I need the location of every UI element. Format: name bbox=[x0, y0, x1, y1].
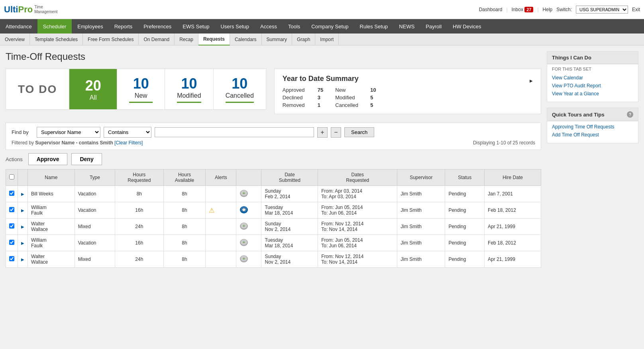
subnav-on-demand[interactable]: On Demand bbox=[139, 34, 175, 45]
nav-users-setup[interactable]: Users Setup bbox=[215, 19, 255, 34]
comment-icon-grey-plus[interactable]: + bbox=[240, 226, 248, 232]
col-hours-requested: HoursRequested bbox=[115, 170, 163, 186]
todo-modified-underline bbox=[177, 102, 201, 103]
view-pto-audit-link[interactable]: View PTO Audit Report bbox=[552, 82, 633, 90]
row-expand-button[interactable]: ▶ bbox=[21, 225, 24, 229]
row-hire-date-cell: Apr 21, 1999 bbox=[485, 251, 541, 268]
nav-company-setup[interactable]: Company Setup bbox=[306, 19, 354, 34]
row-expand-button[interactable]: ▶ bbox=[21, 208, 24, 213]
ytd-expand-icon[interactable]: ▶ bbox=[530, 79, 533, 83]
filter-description: Filtered by Supervisor Name - contains S… bbox=[12, 140, 143, 146]
table-row: ▶ WilliamFaulk Vacation 16h 8h ⚠ 💬 bbox=[6, 202, 541, 219]
row-dates-req-cell: From: Nov 12, 2014To: Nov 14, 2014 bbox=[318, 251, 397, 268]
row-supervisor-cell: Jim Smith bbox=[397, 186, 445, 202]
todo-modified-number: 10 bbox=[181, 75, 197, 92]
row-type-cell: Mixed bbox=[75, 219, 115, 235]
row-checkbox[interactable] bbox=[9, 207, 14, 212]
row-dates-req-cell: From: Apr 03, 2014To: Apr 03, 2014 bbox=[318, 186, 397, 202]
subnav-template-schedules[interactable]: Template Schedules bbox=[30, 34, 83, 45]
nav-scheduler[interactable]: Scheduler bbox=[37, 19, 72, 34]
quick-tours-help-icon[interactable]: ? bbox=[627, 111, 633, 118]
row-date-submitted-cell: SundayNov 2, 2014 bbox=[261, 251, 318, 268]
row-checkbox[interactable] bbox=[9, 223, 14, 229]
things-i-can-do-section: Things I Can Do FOR THIS TAB SET View Ca… bbox=[547, 51, 638, 102]
nav-ews-setup[interactable]: EWS Setup bbox=[177, 19, 215, 34]
warning-icon: ⚠ bbox=[209, 207, 214, 214]
logo-ulti-text: Ulti bbox=[4, 4, 18, 14]
row-checkbox[interactable] bbox=[9, 191, 14, 196]
nav-tools[interactable]: Tools bbox=[283, 19, 306, 34]
dashboard-link[interactable]: Dashboard bbox=[479, 7, 503, 12]
row-expand-button[interactable]: ▶ bbox=[21, 192, 24, 196]
row-expand-button[interactable]: ▶ bbox=[21, 257, 24, 262]
row-type-cell: Vacation bbox=[75, 235, 115, 251]
filter-condition-select[interactable]: Contains Equals Starts With bbox=[104, 127, 151, 138]
row-name-cell: WalterWallace bbox=[28, 219, 75, 235]
table-row: ▶ WalterWallace Mixed 24h 8h + bbox=[6, 251, 541, 268]
row-hire-date-cell: Feb 18, 2012 bbox=[485, 235, 541, 251]
row-status-cell: Pending bbox=[445, 202, 485, 219]
add-time-off-link[interactable]: Add Time Off Request bbox=[552, 131, 633, 139]
clear-filters-link[interactable]: [Clear Filters] bbox=[114, 140, 143, 146]
subnav-calendars[interactable]: Calendars bbox=[230, 34, 262, 45]
inbox-link[interactable]: Inbox 27 bbox=[512, 7, 534, 12]
row-checkbox[interactable] bbox=[9, 256, 14, 261]
search-button[interactable]: Search bbox=[344, 127, 374, 137]
nav-access[interactable]: Access bbox=[255, 19, 283, 34]
nav-preferences[interactable]: Preferences bbox=[138, 19, 177, 34]
comment-icon-blue[interactable]: 💬 bbox=[240, 210, 248, 215]
subnav-graph[interactable]: Graph bbox=[292, 34, 315, 45]
row-status-cell: Pending bbox=[445, 219, 485, 235]
exit-link[interactable]: Exit bbox=[632, 7, 640, 12]
logo: UltiPro bbox=[4, 4, 33, 15]
filter-remove-button[interactable]: − bbox=[331, 127, 341, 138]
todo-all-label: All bbox=[90, 94, 97, 101]
col-hours-available: HoursAvailable bbox=[163, 170, 206, 186]
help-link[interactable]: Help bbox=[543, 7, 553, 12]
filter-field-select[interactable]: Supervisor Name Employee Name Status Typ… bbox=[37, 127, 100, 138]
row-checkbox-cell bbox=[6, 235, 18, 251]
row-supervisor-cell: Jim Smith bbox=[397, 235, 445, 251]
filter-add-button[interactable]: + bbox=[317, 127, 328, 138]
view-year-glance-link[interactable]: View Year at a Glance bbox=[552, 90, 633, 98]
filter-value-input[interactable] bbox=[155, 127, 314, 137]
row-hire-date-cell: Apr 21, 1999 bbox=[485, 219, 541, 235]
nav-rules-setup[interactable]: Rules Setup bbox=[354, 19, 394, 34]
todo-card-modified[interactable]: 10 Modified bbox=[165, 69, 213, 109]
nav-payroll[interactable]: Payroll bbox=[420, 19, 447, 34]
nav-employees[interactable]: Employees bbox=[72, 19, 108, 34]
row-dates-req-cell: From: Jun 05, 2014To: Jun 06, 2014 bbox=[318, 235, 397, 251]
things-header: Things I Can Do bbox=[547, 51, 638, 64]
subnav-recap[interactable]: Recap bbox=[175, 34, 198, 45]
row-hours-req-cell: 8h bbox=[115, 186, 163, 202]
nav-reports[interactable]: Reports bbox=[109, 19, 138, 34]
approve-button[interactable]: Approve bbox=[28, 153, 68, 165]
todo-card-all[interactable]: 20 All bbox=[69, 69, 117, 109]
subnav-import[interactable]: Import bbox=[315, 34, 339, 45]
row-checkbox[interactable] bbox=[9, 240, 14, 245]
row-expand-button[interactable]: ▶ bbox=[21, 241, 24, 245]
nav-hw-devices[interactable]: HW Devices bbox=[447, 19, 487, 34]
approving-time-off-link[interactable]: Approving Time Off Requests bbox=[552, 123, 633, 131]
subnav-free-form-schedules[interactable]: Free Form Schedules bbox=[83, 34, 139, 45]
col-expand bbox=[18, 170, 28, 186]
subnav-requests[interactable]: Requests bbox=[198, 34, 230, 45]
nav-news[interactable]: NEWS bbox=[393, 19, 420, 34]
comment-icon-grey-plus3[interactable]: + bbox=[240, 259, 248, 264]
row-supervisor-cell: Jim Smith bbox=[397, 219, 445, 235]
svg-text:+: + bbox=[243, 240, 245, 244]
view-calendar-link[interactable]: View Calendar bbox=[552, 74, 633, 82]
todo-card-cancelled[interactable]: 10 Cancelled bbox=[214, 69, 266, 109]
deny-button[interactable]: Deny bbox=[71, 153, 102, 165]
select-all-checkbox[interactable] bbox=[9, 174, 14, 179]
todo-section: TO DO 20 All 10 New 10 Modified 10 bbox=[6, 69, 266, 110]
nav-attendance[interactable]: Attendance bbox=[0, 19, 37, 34]
row-date-submitted-cell: TuesdayMar 18, 2014 bbox=[261, 235, 318, 251]
comment-icon[interactable]: + bbox=[240, 189, 248, 199]
todo-card-new[interactable]: 10 New bbox=[117, 69, 165, 109]
row-supervisor-cell: Jim Smith bbox=[397, 251, 445, 268]
subnav-overview[interactable]: Overview bbox=[0, 34, 30, 45]
subnav-summary[interactable]: Summary bbox=[262, 34, 292, 45]
switch-dropdown[interactable]: USG SUPERADMIN bbox=[576, 6, 628, 14]
comment-icon-grey-plus2[interactable]: + bbox=[240, 243, 248, 248]
